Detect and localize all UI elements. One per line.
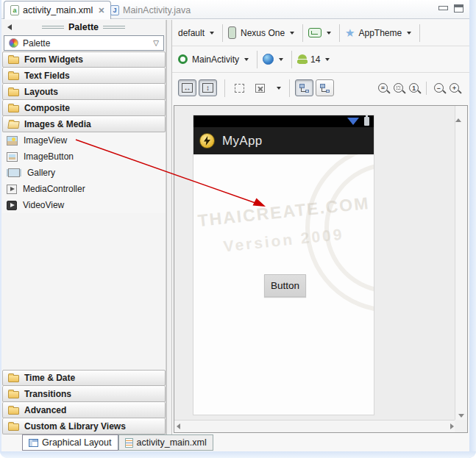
- chevron-down-icon[interactable]: [407, 32, 411, 35]
- palette-dropdown-label: Palette: [23, 38, 50, 49]
- chevron-down-icon[interactable]: [327, 32, 331, 35]
- expand-outline-button[interactable]: [316, 79, 334, 96]
- category-time-date[interactable]: Time & Date: [2, 370, 166, 386]
- layout-actions-toolbar: = 1 − +: [172, 73, 469, 103]
- tab-label: activity_main.xml: [137, 437, 207, 448]
- device-dropdown-label: Nexus One: [241, 28, 285, 38]
- zoom-in-icon[interactable]: +: [450, 83, 459, 93]
- category-transitions[interactable]: Transitions: [2, 386, 166, 402]
- toolbar-separator: [302, 24, 303, 42]
- canvas-horizontal-scrollbar[interactable]: [174, 420, 456, 432]
- folder-icon: [8, 407, 19, 415]
- xml-source-icon: [125, 438, 133, 448]
- toolbar-separator: [426, 82, 427, 95]
- imageview-icon: [7, 136, 18, 146]
- scroll-up-icon[interactable]: [455, 106, 461, 122]
- design-canvas[interactable]: MyApp THAICREATE.COM Version 2009 Button: [174, 105, 468, 433]
- chevron-down-icon: ▽: [153, 39, 159, 47]
- folder-icon: [8, 423, 19, 431]
- palette-item-imagebutton[interactable]: ImageButton: [2, 149, 166, 165]
- palette-item-mediacontroller[interactable]: MediaController: [2, 181, 166, 197]
- palette-panel: Palette Palette ▽ Form Widgets Text Fiel…: [1, 20, 166, 434]
- window-edge-bottom: [0, 451, 476, 458]
- window-edge-right: [469, 0, 476, 458]
- tab-label: Graphical Layout: [42, 437, 112, 448]
- videoview-icon: [7, 201, 17, 210]
- category-label: Transitions: [24, 389, 71, 399]
- canvas-vertical-scrollbar[interactable]: [455, 106, 467, 421]
- category-form-widgets[interactable]: Form Widgets: [2, 51, 166, 68]
- folder-icon: [8, 391, 19, 398]
- imagebutton-icon: [7, 152, 18, 162]
- toolbar-separator: [222, 24, 223, 42]
- layout-editor-area: default Nexus One ★ AppTheme MainActivit…: [172, 20, 469, 434]
- palette-canvas-splitter[interactable]: [166, 20, 172, 434]
- explode-layout-button[interactable]: [251, 79, 269, 96]
- chevron-down-icon[interactable]: [279, 58, 283, 61]
- minimize-view-icon[interactable]: [438, 4, 448, 12]
- scroll-left-icon[interactable]: [177, 423, 180, 429]
- zoom-out-icon[interactable]: −: [434, 83, 444, 93]
- chevron-down-icon[interactable]: [244, 58, 249, 61]
- signal-icon: [347, 118, 359, 125]
- scroll-down-icon[interactable]: [458, 414, 464, 418]
- palette-item-list: ImageView ImageButton Gallery MediaContr…: [2, 132, 166, 213]
- zoom-selection-icon[interactable]: [394, 83, 403, 93]
- fill-height-button[interactable]: [199, 79, 217, 96]
- orientation-icon[interactable]: [308, 28, 322, 37]
- category-layouts[interactable]: Layouts: [2, 84, 166, 100]
- zoom-fit-icon[interactable]: =: [378, 83, 388, 93]
- toolbar-separator: [224, 79, 225, 97]
- activity-dropdown-label: MainActivity: [192, 54, 239, 65]
- category-advanced[interactable]: Advanced: [2, 402, 166, 418]
- config-dropdown-label: default: [178, 28, 205, 38]
- item-label: ImageView: [24, 135, 67, 146]
- battery-icon: [364, 117, 369, 126]
- folder-icon: [8, 57, 19, 64]
- action-bar: MyApp: [193, 127, 374, 154]
- chevron-down-icon[interactable]: [290, 32, 294, 35]
- decoration-line: [103, 26, 125, 29]
- theme-dropdown-label: AppTheme: [359, 28, 402, 38]
- toolbar-separator: [339, 24, 340, 42]
- eclipse-window: a activity_main.xml ✕ J MainActivity.jav…: [0, 0, 476, 458]
- palette-item-imageview[interactable]: ImageView: [2, 132, 166, 149]
- tab-graphical-layout[interactable]: Graphical Layout: [22, 434, 118, 451]
- close-tab-icon[interactable]: ✕: [98, 6, 104, 15]
- scroll-right-icon[interactable]: [450, 423, 454, 429]
- palette-item-videoview[interactable]: VideoView: [2, 197, 166, 213]
- category-images-media[interactable]: Images & Media: [2, 116, 166, 132]
- folder-icon: [8, 89, 19, 96]
- scrollbar-corner: [455, 420, 467, 432]
- button-widget[interactable]: Button: [264, 274, 306, 297]
- chevron-down-icon[interactable]: [277, 87, 281, 90]
- api-level-label: 14: [310, 54, 320, 65]
- app-launcher-icon: [199, 133, 215, 149]
- horizontal-arrow-icon: [182, 83, 193, 93]
- show-outline-button[interactable]: [295, 79, 313, 96]
- tab-xml-source[interactable]: activity_main.xml: [118, 434, 213, 451]
- dashed-box-icon: [235, 84, 244, 93]
- tab-mainactivity-java[interactable]: J MainActivity.java: [104, 1, 196, 19]
- graphical-layout-icon: [29, 439, 38, 447]
- android-api-icon: [297, 54, 308, 64]
- palette-icon: [9, 38, 18, 48]
- category-composite[interactable]: Composite: [2, 100, 166, 116]
- fill-width-button[interactable]: [178, 79, 196, 96]
- chevron-down-icon[interactable]: [210, 32, 214, 35]
- item-label: ImageButton: [24, 151, 74, 162]
- palette-categories-top: Form Widgets Text Fields Layouts Composi…: [2, 51, 166, 132]
- collapse-panel-icon[interactable]: [7, 24, 12, 30]
- show-margins-button[interactable]: [230, 79, 249, 96]
- chevron-down-icon[interactable]: [325, 58, 330, 61]
- palette-view-dropdown[interactable]: Palette ▽: [4, 35, 164, 51]
- category-text-fields[interactable]: Text Fields: [2, 68, 166, 84]
- maximize-view-icon[interactable]: [454, 4, 463, 12]
- tab-activity-main-xml[interactable]: a activity_main.xml ✕: [4, 1, 111, 19]
- palette-item-gallery[interactable]: Gallery: [2, 165, 166, 181]
- locale-globe-icon[interactable]: [263, 54, 274, 65]
- category-custom-library-views[interactable]: Custom & Library Views: [2, 418, 166, 434]
- zoom-100-icon[interactable]: 1: [409, 83, 419, 93]
- category-label: Composite: [24, 103, 70, 113]
- device-preview-screen[interactable]: MyApp THAICREATE.COM Version 2009 Button: [193, 115, 374, 415]
